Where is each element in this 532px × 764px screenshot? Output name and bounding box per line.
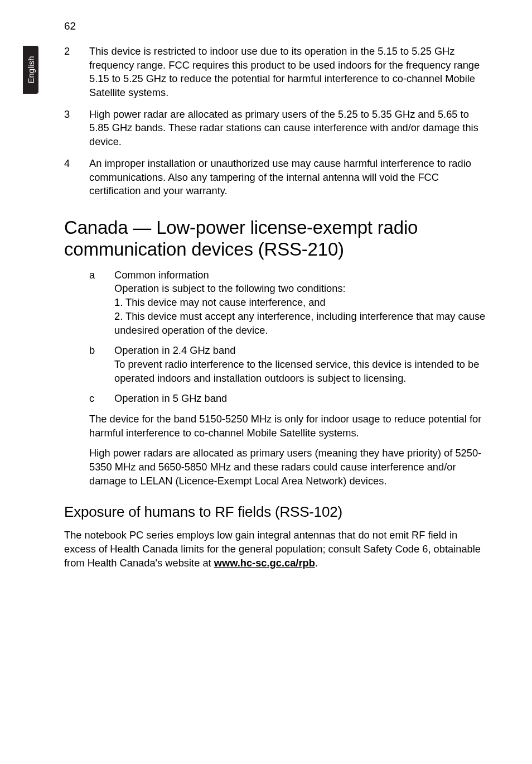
- sub-list-body: Operation in 2.4 GHz band To prevent rad…: [114, 344, 491, 385]
- sub-list-item: b Operation in 2.4 GHz band To prevent r…: [89, 344, 491, 385]
- health-canada-link[interactable]: www.hc-sc.gc.ca/rpb: [214, 557, 315, 569]
- list-text: High power radar are allocated as primar…: [89, 108, 491, 149]
- sub-list-body: Common information Operation is subject …: [114, 268, 491, 337]
- indented-paragraph: High power radars are allocated as prima…: [89, 446, 491, 488]
- list-number: 2: [64, 45, 89, 100]
- final-paragraph-post: .: [315, 557, 318, 569]
- sub-list-line: Operation in 5 GHz band: [114, 392, 491, 406]
- list-item: 3 High power radar are allocated as prim…: [64, 108, 491, 149]
- sub-list-line: Operation is subject to the following tw…: [114, 282, 491, 296]
- language-tab: English: [23, 46, 38, 94]
- heading-canada: Canada — Low-power license-exempt radio …: [64, 217, 491, 261]
- sub-list-item: a Common information Operation is subjec…: [89, 268, 491, 337]
- sub-list-letter: b: [89, 344, 114, 385]
- sub-list-line: To prevent radio interference to the lic…: [114, 358, 491, 385]
- list-text: This device is restricted to indoor use …: [89, 45, 491, 100]
- sub-list-line: Operation in 2.4 GHz band: [114, 344, 491, 358]
- page-content: 2 This device is restricted to indoor us…: [64, 45, 491, 570]
- sub-list-line: 1. This device may not cause interferenc…: [114, 296, 491, 310]
- list-text: An improper installation or unauthorized…: [89, 157, 491, 198]
- list-number: 3: [64, 108, 89, 149]
- sub-list-line: 2. This device must accept any interfere…: [114, 310, 491, 337]
- sub-list-letter: a: [89, 268, 114, 337]
- sub-list-body: Operation in 5 GHz band: [114, 392, 491, 406]
- sub-list-letter: c: [89, 392, 114, 406]
- sub-list-line: Common information: [114, 268, 491, 282]
- sub-list-item: c Operation in 5 GHz band: [89, 392, 491, 406]
- page-number: 62: [64, 20, 76, 32]
- heading-exposure: Exposure of humans to RF fields (RSS-102…: [64, 503, 491, 521]
- language-tab-label: English: [26, 56, 36, 83]
- final-paragraph: The notebook PC series employs low gain …: [64, 528, 491, 570]
- list-number: 4: [64, 157, 89, 198]
- list-item: 4 An improper installation or unauthoriz…: [64, 157, 491, 198]
- list-item: 2 This device is restricted to indoor us…: [64, 45, 491, 100]
- indented-paragraph: The device for the band 5150-5250 MHz is…: [89, 412, 491, 440]
